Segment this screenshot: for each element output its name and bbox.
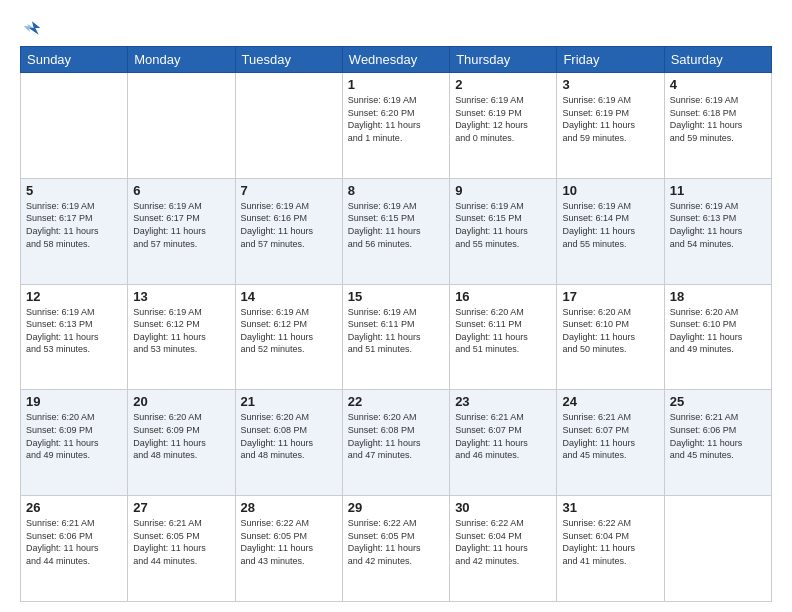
day-info: Sunrise: 6:19 AM Sunset: 6:12 PM Dayligh… bbox=[133, 306, 229, 356]
day-cell: 21Sunrise: 6:20 AM Sunset: 6:08 PM Dayli… bbox=[235, 390, 342, 496]
day-cell: 23Sunrise: 6:21 AM Sunset: 6:07 PM Dayli… bbox=[450, 390, 557, 496]
day-number: 16 bbox=[455, 289, 551, 304]
day-cell: 5Sunrise: 6:19 AM Sunset: 6:17 PM Daylig… bbox=[21, 178, 128, 284]
col-header-friday: Friday bbox=[557, 47, 664, 73]
day-cell: 9Sunrise: 6:19 AM Sunset: 6:15 PM Daylig… bbox=[450, 178, 557, 284]
day-info: Sunrise: 6:22 AM Sunset: 6:05 PM Dayligh… bbox=[241, 517, 337, 567]
day-cell bbox=[21, 73, 128, 179]
day-cell: 25Sunrise: 6:21 AM Sunset: 6:06 PM Dayli… bbox=[664, 390, 771, 496]
day-cell: 13Sunrise: 6:19 AM Sunset: 6:12 PM Dayli… bbox=[128, 284, 235, 390]
day-cell: 17Sunrise: 6:20 AM Sunset: 6:10 PM Dayli… bbox=[557, 284, 664, 390]
col-header-tuesday: Tuesday bbox=[235, 47, 342, 73]
day-info: Sunrise: 6:19 AM Sunset: 6:17 PM Dayligh… bbox=[133, 200, 229, 250]
page: SundayMondayTuesdayWednesdayThursdayFrid… bbox=[0, 0, 792, 612]
day-number: 29 bbox=[348, 500, 444, 515]
week-row-3: 19Sunrise: 6:20 AM Sunset: 6:09 PM Dayli… bbox=[21, 390, 772, 496]
day-cell: 8Sunrise: 6:19 AM Sunset: 6:15 PM Daylig… bbox=[342, 178, 449, 284]
day-cell: 28Sunrise: 6:22 AM Sunset: 6:05 PM Dayli… bbox=[235, 496, 342, 602]
day-info: Sunrise: 6:19 AM Sunset: 6:18 PM Dayligh… bbox=[670, 94, 766, 144]
day-info: Sunrise: 6:22 AM Sunset: 6:05 PM Dayligh… bbox=[348, 517, 444, 567]
day-cell: 16Sunrise: 6:20 AM Sunset: 6:11 PM Dayli… bbox=[450, 284, 557, 390]
day-number: 2 bbox=[455, 77, 551, 92]
day-cell: 24Sunrise: 6:21 AM Sunset: 6:07 PM Dayli… bbox=[557, 390, 664, 496]
day-number: 3 bbox=[562, 77, 658, 92]
col-header-wednesday: Wednesday bbox=[342, 47, 449, 73]
day-number: 21 bbox=[241, 394, 337, 409]
day-number: 27 bbox=[133, 500, 229, 515]
day-number: 22 bbox=[348, 394, 444, 409]
header bbox=[20, 18, 772, 36]
day-cell: 7Sunrise: 6:19 AM Sunset: 6:16 PM Daylig… bbox=[235, 178, 342, 284]
day-number: 6 bbox=[133, 183, 229, 198]
day-number: 20 bbox=[133, 394, 229, 409]
calendar-table: SundayMondayTuesdayWednesdayThursdayFrid… bbox=[20, 46, 772, 602]
day-info: Sunrise: 6:19 AM Sunset: 6:16 PM Dayligh… bbox=[241, 200, 337, 250]
col-header-saturday: Saturday bbox=[664, 47, 771, 73]
day-info: Sunrise: 6:21 AM Sunset: 6:07 PM Dayligh… bbox=[562, 411, 658, 461]
day-cell: 2Sunrise: 6:19 AM Sunset: 6:19 PM Daylig… bbox=[450, 73, 557, 179]
day-info: Sunrise: 6:19 AM Sunset: 6:17 PM Dayligh… bbox=[26, 200, 122, 250]
day-info: Sunrise: 6:22 AM Sunset: 6:04 PM Dayligh… bbox=[455, 517, 551, 567]
day-info: Sunrise: 6:19 AM Sunset: 6:20 PM Dayligh… bbox=[348, 94, 444, 144]
day-cell: 14Sunrise: 6:19 AM Sunset: 6:12 PM Dayli… bbox=[235, 284, 342, 390]
day-number: 28 bbox=[241, 500, 337, 515]
day-info: Sunrise: 6:20 AM Sunset: 6:08 PM Dayligh… bbox=[348, 411, 444, 461]
day-info: Sunrise: 6:20 AM Sunset: 6:10 PM Dayligh… bbox=[670, 306, 766, 356]
week-row-2: 12Sunrise: 6:19 AM Sunset: 6:13 PM Dayli… bbox=[21, 284, 772, 390]
day-cell: 29Sunrise: 6:22 AM Sunset: 6:05 PM Dayli… bbox=[342, 496, 449, 602]
day-number: 1 bbox=[348, 77, 444, 92]
day-cell: 31Sunrise: 6:22 AM Sunset: 6:04 PM Dayli… bbox=[557, 496, 664, 602]
day-info: Sunrise: 6:20 AM Sunset: 6:09 PM Dayligh… bbox=[26, 411, 122, 461]
day-info: Sunrise: 6:22 AM Sunset: 6:04 PM Dayligh… bbox=[562, 517, 658, 567]
day-cell: 4Sunrise: 6:19 AM Sunset: 6:18 PM Daylig… bbox=[664, 73, 771, 179]
col-header-monday: Monday bbox=[128, 47, 235, 73]
day-info: Sunrise: 6:19 AM Sunset: 6:11 PM Dayligh… bbox=[348, 306, 444, 356]
day-info: Sunrise: 6:20 AM Sunset: 6:08 PM Dayligh… bbox=[241, 411, 337, 461]
day-info: Sunrise: 6:19 AM Sunset: 6:12 PM Dayligh… bbox=[241, 306, 337, 356]
day-info: Sunrise: 6:19 AM Sunset: 6:13 PM Dayligh… bbox=[670, 200, 766, 250]
day-cell: 19Sunrise: 6:20 AM Sunset: 6:09 PM Dayli… bbox=[21, 390, 128, 496]
day-number: 8 bbox=[348, 183, 444, 198]
day-cell: 6Sunrise: 6:19 AM Sunset: 6:17 PM Daylig… bbox=[128, 178, 235, 284]
day-cell bbox=[235, 73, 342, 179]
day-number: 31 bbox=[562, 500, 658, 515]
day-info: Sunrise: 6:21 AM Sunset: 6:06 PM Dayligh… bbox=[26, 517, 122, 567]
day-cell: 3Sunrise: 6:19 AM Sunset: 6:19 PM Daylig… bbox=[557, 73, 664, 179]
day-cell: 18Sunrise: 6:20 AM Sunset: 6:10 PM Dayli… bbox=[664, 284, 771, 390]
col-header-thursday: Thursday bbox=[450, 47, 557, 73]
day-number: 11 bbox=[670, 183, 766, 198]
day-info: Sunrise: 6:20 AM Sunset: 6:11 PM Dayligh… bbox=[455, 306, 551, 356]
day-number: 23 bbox=[455, 394, 551, 409]
day-number: 4 bbox=[670, 77, 766, 92]
day-info: Sunrise: 6:19 AM Sunset: 6:19 PM Dayligh… bbox=[562, 94, 658, 144]
day-number: 25 bbox=[670, 394, 766, 409]
day-cell: 26Sunrise: 6:21 AM Sunset: 6:06 PM Dayli… bbox=[21, 496, 128, 602]
col-header-sunday: Sunday bbox=[21, 47, 128, 73]
day-cell: 1Sunrise: 6:19 AM Sunset: 6:20 PM Daylig… bbox=[342, 73, 449, 179]
day-number: 13 bbox=[133, 289, 229, 304]
day-number: 17 bbox=[562, 289, 658, 304]
day-cell: 27Sunrise: 6:21 AM Sunset: 6:05 PM Dayli… bbox=[128, 496, 235, 602]
day-cell: 30Sunrise: 6:22 AM Sunset: 6:04 PM Dayli… bbox=[450, 496, 557, 602]
header-row: SundayMondayTuesdayWednesdayThursdayFrid… bbox=[21, 47, 772, 73]
day-number: 18 bbox=[670, 289, 766, 304]
day-info: Sunrise: 6:19 AM Sunset: 6:15 PM Dayligh… bbox=[348, 200, 444, 250]
day-info: Sunrise: 6:20 AM Sunset: 6:10 PM Dayligh… bbox=[562, 306, 658, 356]
day-info: Sunrise: 6:19 AM Sunset: 6:13 PM Dayligh… bbox=[26, 306, 122, 356]
day-cell bbox=[664, 496, 771, 602]
day-info: Sunrise: 6:21 AM Sunset: 6:05 PM Dayligh… bbox=[133, 517, 229, 567]
logo bbox=[20, 18, 42, 36]
day-cell: 11Sunrise: 6:19 AM Sunset: 6:13 PM Dayli… bbox=[664, 178, 771, 284]
day-info: Sunrise: 6:21 AM Sunset: 6:07 PM Dayligh… bbox=[455, 411, 551, 461]
day-number: 24 bbox=[562, 394, 658, 409]
day-info: Sunrise: 6:21 AM Sunset: 6:06 PM Dayligh… bbox=[670, 411, 766, 461]
day-cell: 20Sunrise: 6:20 AM Sunset: 6:09 PM Dayli… bbox=[128, 390, 235, 496]
day-cell: 10Sunrise: 6:19 AM Sunset: 6:14 PM Dayli… bbox=[557, 178, 664, 284]
day-number: 19 bbox=[26, 394, 122, 409]
day-cell bbox=[128, 73, 235, 179]
day-info: Sunrise: 6:20 AM Sunset: 6:09 PM Dayligh… bbox=[133, 411, 229, 461]
week-row-0: 1Sunrise: 6:19 AM Sunset: 6:20 PM Daylig… bbox=[21, 73, 772, 179]
day-number: 9 bbox=[455, 183, 551, 198]
day-number: 14 bbox=[241, 289, 337, 304]
day-number: 15 bbox=[348, 289, 444, 304]
